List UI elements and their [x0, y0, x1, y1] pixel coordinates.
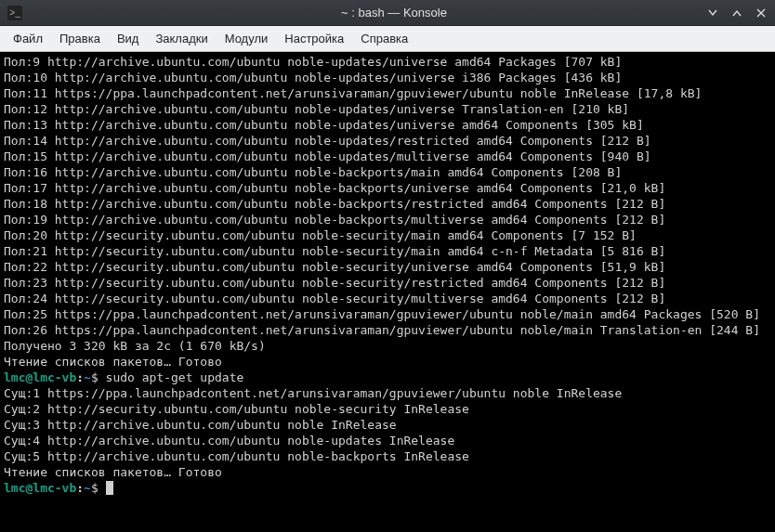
terminal-output-line: Сущ:3 http://archive.ubuntu.com/ubuntu n…: [4, 417, 771, 433]
terminal-output-line: Пол:26 https://ppa.launchpadcontent.net/…: [4, 322, 771, 338]
terminal-output-line: Пол:17 http://archive.ubuntu.com/ubuntu …: [4, 180, 771, 196]
terminal-output-line: Пол:15 http://archive.ubuntu.com/ubuntu …: [4, 149, 771, 164]
terminal-area[interactable]: Пол:9 http://archive.ubuntu.com/ubuntu n…: [0, 52, 775, 532]
terminal-output-line: Чтение списков пакетов… Готово: [4, 354, 771, 370]
terminal-prompt-line: lmc@lmc-vb:~$ sudo apt-get update: [4, 370, 771, 385]
terminal-output-line: Пол:11 https://ppa.launchpadcontent.net/…: [4, 85, 771, 101]
menu-bookmarks[interactable]: Закладки: [148, 28, 215, 49]
terminal-output-line: Пол:13 http://archive.ubuntu.com/ubuntu …: [4, 117, 771, 133]
terminal-output-line: Сущ:4 http://archive.ubuntu.com/ubuntu n…: [4, 433, 771, 448]
terminal-output-line: Пол:23 http://security.ubuntu.com/ubuntu…: [4, 275, 771, 291]
terminal-output-line: Сущ:5 http://archive.ubuntu.com/ubuntu n…: [4, 448, 771, 464]
terminal-output-line: Пол:10 http://archive.ubuntu.com/ubuntu …: [4, 70, 771, 85]
terminal-output-line: Пол:14 http://archive.ubuntu.com/ubuntu …: [4, 133, 771, 149]
terminal-output-line: Пол:9 http://archive.ubuntu.com/ubuntu n…: [4, 54, 771, 70]
app-icon: >_: [7, 6, 22, 20]
terminal-output-line: Пол:19 http://archive.ubuntu.com/ubuntu …: [4, 212, 771, 227]
terminal-output-line: Сущ:2 http://security.ubuntu.com/ubuntu …: [4, 401, 771, 417]
menu-settings[interactable]: Настройка: [277, 28, 351, 49]
menu-file[interactable]: Файл: [6, 28, 50, 49]
terminal-output-line: Получено 3 320 kB за 2с (1 670 kB/s): [4, 338, 771, 354]
menu-edit[interactable]: Правка: [52, 28, 108, 49]
menubar: Файл Правка Вид Закладки Модули Настройк…: [0, 26, 775, 52]
window-title: ~ : bash — Konsole: [82, 6, 706, 19]
terminal-output-line: Пол:18 http://archive.ubuntu.com/ubuntu …: [4, 196, 771, 212]
terminal-output-line: Пол:21 http://security.ubuntu.com/ubuntu…: [4, 243, 771, 259]
minimize-icon[interactable]: [706, 6, 719, 19]
menu-help[interactable]: Справка: [353, 28, 415, 49]
maximize-icon[interactable]: [730, 6, 743, 19]
terminal-output-line: Чтение списков пакетов… Готово: [4, 464, 771, 480]
terminal-output-line: Пол:24 http://security.ubuntu.com/ubuntu…: [4, 291, 771, 306]
terminal-output-line: Сущ:1 https://ppa.launchpadcontent.net/a…: [4, 385, 771, 401]
close-icon[interactable]: [755, 6, 768, 19]
titlebar: >_ ~ : bash — Konsole: [0, 0, 775, 26]
terminal-cursor: [106, 481, 113, 495]
terminal-output-line: Пол:16 http://archive.ubuntu.com/ubuntu …: [4, 164, 771, 180]
menu-view[interactable]: Вид: [110, 28, 147, 49]
terminal-output-line: Пол:22 http://security.ubuntu.com/ubuntu…: [4, 259, 771, 275]
terminal-prompt-line: lmc@lmc-vb:~$: [4, 480, 771, 496]
terminal-output-line: Пол:20 http://security.ubuntu.com/ubuntu…: [4, 227, 771, 243]
terminal-output-line: Пол:25 https://ppa.launchpadcontent.net/…: [4, 306, 771, 322]
terminal-output-line: Пол:12 http://archive.ubuntu.com/ubuntu …: [4, 101, 771, 117]
menu-plugins[interactable]: Модули: [217, 28, 276, 49]
